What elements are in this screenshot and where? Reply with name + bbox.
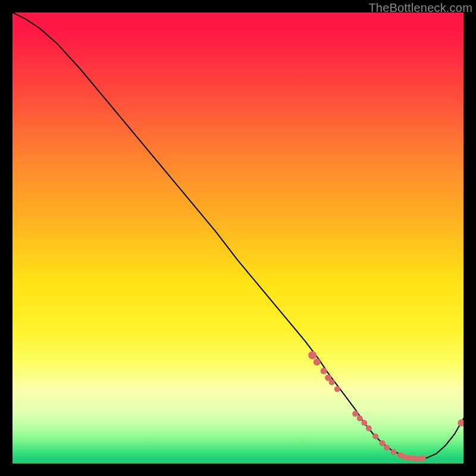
highlight-point: [308, 351, 317, 359]
highlight-point: [384, 444, 390, 450]
highlight-point: [314, 358, 321, 365]
highlight-point: [321, 368, 327, 374]
highlight-point: [372, 434, 378, 440]
curve-layer: [12, 12, 464, 464]
highlight-point: [361, 420, 367, 426]
chart-stage: TheBottleneck.com: [0, 0, 476, 476]
highlight-point: [329, 380, 335, 386]
highlight-point: [391, 449, 397, 455]
highlight-points: [308, 351, 464, 462]
highlight-point: [357, 415, 363, 421]
watermark-text: TheBottleneck.com: [368, 1, 472, 15]
highlight-point: [366, 425, 372, 431]
highlight-point: [334, 386, 340, 392]
bottleneck-curve-path: [12, 12, 464, 459]
bottleneck-curve: [12, 12, 464, 459]
highlight-point: [420, 456, 426, 462]
highlight-point: [352, 411, 358, 417]
highlight-point: [458, 419, 464, 427]
plot-area: [12, 12, 464, 464]
highlight-point: [380, 440, 386, 446]
